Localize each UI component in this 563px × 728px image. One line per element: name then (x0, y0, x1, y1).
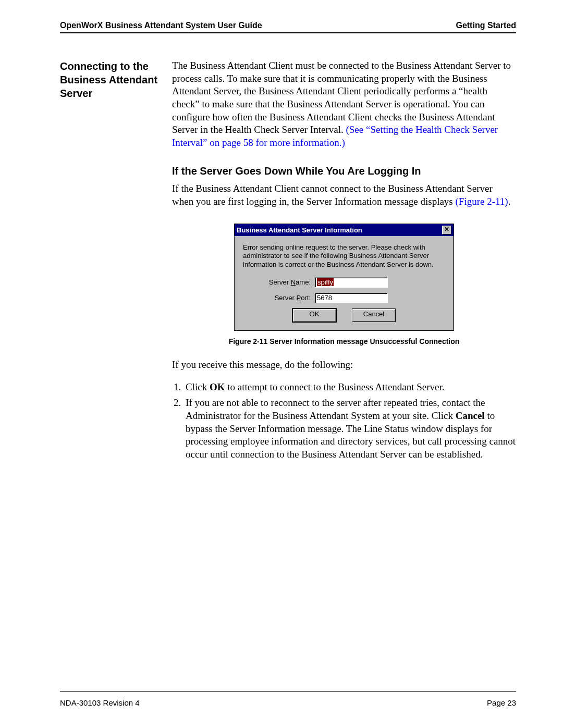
server-port-label: Server Port: (259, 294, 315, 302)
ok-button[interactable]: OK (292, 309, 336, 322)
server-name-input[interactable]: spiffy (315, 277, 388, 288)
dialog-message: Error sending online request to the serv… (243, 243, 445, 269)
figure-ref-link[interactable]: (Figure 2-11) (456, 196, 508, 207)
intro-paragraph: The Business Attendant Client must be co… (172, 59, 516, 150)
subsection-heading: If the Server Goes Down While You Are Lo… (172, 165, 516, 177)
dialog-title: Business Attendant Server Information (237, 226, 362, 234)
footer-right: Page 23 (487, 698, 516, 707)
figure-caption: Figure 2-11 Server Information message U… (172, 337, 516, 346)
section-title: Connecting to the Business Attendant Ser… (60, 59, 164, 100)
followup-intro: If you receive this message, do the foll… (172, 359, 516, 372)
header-right: Getting Started (456, 21, 516, 30)
subsection-paragraph: If the Business Attendant Client cannot … (172, 182, 516, 208)
sub-para-post: . (508, 196, 511, 207)
step-1: Click OK to attempt to connect to the Bu… (183, 381, 516, 394)
server-name-label: Server Name: (259, 278, 315, 286)
header-left: OpenWorX Business Attendant System User … (60, 21, 262, 30)
close-icon[interactable]: ✕ (442, 226, 451, 235)
server-info-dialog: Business Attendant Server Information ✕ … (234, 224, 454, 331)
footer-rule (60, 691, 516, 692)
sub-para-pre: If the Business Attendant Client cannot … (172, 183, 493, 207)
steps-list: Click OK to attempt to connect to the Bu… (172, 381, 516, 461)
dialog-titlebar: Business Attendant Server Information ✕ (235, 224, 454, 236)
cancel-button[interactable]: Cancel (352, 309, 396, 322)
footer-left: NDA-30103 Revision 4 (60, 698, 140, 707)
server-port-input[interactable]: 5678 (315, 293, 388, 303)
step-2: If you are not able to reconnect to the … (183, 397, 516, 461)
